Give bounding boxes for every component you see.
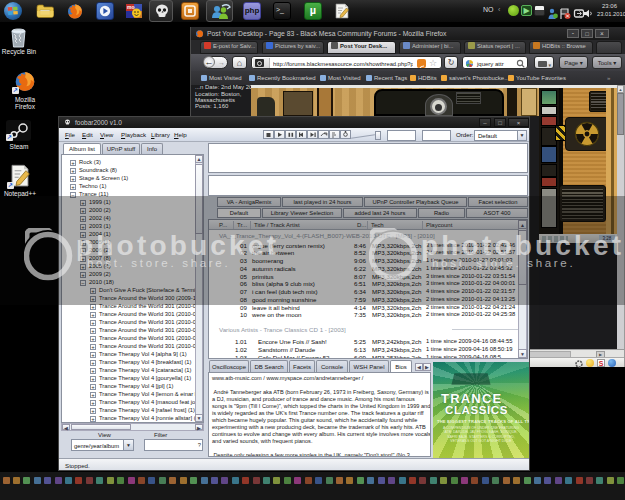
svg-text:mo: mo <box>127 4 135 10</box>
